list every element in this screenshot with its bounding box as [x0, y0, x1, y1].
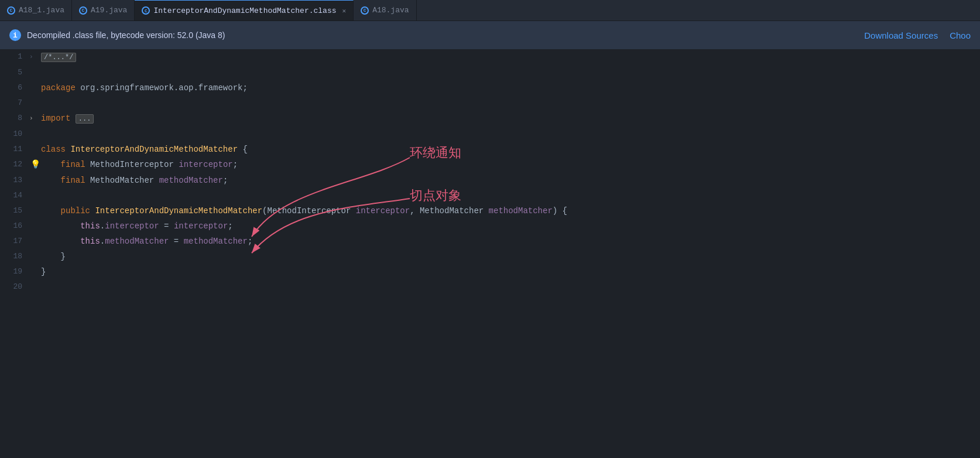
code-line-6: 6 package org.springframework.aop.framew…: [0, 80, 980, 95]
code-line-13: 13 final MethodMatcher methodMatcher;: [0, 173, 980, 188]
tab-a18_1[interactable]: C A18_1.java: [0, 0, 72, 20]
code-line-5: 5: [0, 65, 980, 80]
line-num-8: 8: [0, 111, 29, 126]
fold-btn-8[interactable]: ›: [29, 111, 39, 126]
decompiled-notice: Decompiled .class file, bytecode version…: [27, 30, 225, 40]
line-num-20: 20: [0, 279, 29, 295]
code-content-8: import ...: [39, 111, 980, 127]
line-num-10: 10: [0, 127, 29, 142]
tab-label-a19: A19.java: [91, 6, 127, 15]
code-content-13: final MethodMatcher methodMatcher;: [39, 173, 980, 188]
choose-button[interactable]: Choo: [950, 30, 971, 40]
code-content-19: }: [39, 264, 980, 279]
line-num-18: 18: [0, 249, 29, 264]
tab-interceptor[interactable]: C InterceptorAndDynamicMethodMatcher.cla…: [135, 0, 354, 20]
info-icon: i: [9, 29, 21, 41]
info-right: Download Sources Choo: [864, 30, 971, 40]
code-line-17: 17 this.methodMatcher = methodMatcher;: [0, 234, 980, 249]
line-num-16: 16: [0, 218, 29, 234]
tab-icon-a19: C: [79, 6, 87, 15]
tab-label-a18_1: A18_1.java: [19, 6, 64, 15]
download-sources-button[interactable]: Download Sources: [864, 30, 938, 40]
code-line-18: 18 }: [0, 249, 980, 264]
code-line-7: 7: [0, 95, 980, 111]
tab-icon-a18_1: C: [7, 6, 15, 15]
line-num-14: 14: [0, 188, 29, 203]
line-num-15: 15: [0, 203, 29, 218]
code-content-1: /*...*/: [39, 49, 980, 65]
line-num-7: 7: [0, 95, 29, 111]
code-line-11: 11 class InterceptorAndDynamicMethodMatc…: [0, 142, 980, 157]
fold-btn-1[interactable]: ›: [29, 49, 39, 64]
code-content-18: }: [39, 249, 980, 264]
tab-icon-a18: C: [361, 6, 369, 15]
code-content-17: this.methodMatcher = methodMatcher;: [39, 234, 980, 249]
code-line-8: 8 › import ...: [0, 111, 980, 127]
tab-label-a18: A18.java: [372, 6, 409, 15]
code-area: 1 › /*...*/ 5 6 package org.springframew…: [0, 49, 980, 458]
code-line-14: 14: [0, 188, 980, 203]
code-line-12: 12 💡 final MethodInterceptor interceptor…: [0, 157, 980, 173]
code-line-1: 1 › /*...*/: [0, 49, 980, 65]
line-num-13: 13: [0, 173, 29, 188]
line-num-6: 6: [0, 80, 29, 95]
line-num-19: 19: [0, 264, 29, 279]
line-num-12: 12: [0, 157, 29, 172]
code-line-16: 16 this.interceptor = interceptor;: [0, 218, 980, 234]
code-content-16: this.interceptor = interceptor;: [39, 218, 980, 234]
info-bar: i Decompiled .class file, bytecode versi…: [0, 21, 980, 49]
fold-btn-12: 💡: [29, 157, 39, 173]
tab-a19[interactable]: C A19.java: [72, 0, 135, 20]
code-content-15: public InterceptorAndDynamicMethodMatche…: [39, 203, 980, 218]
code-line-19: 19 }: [0, 264, 980, 279]
line-num-11: 11: [0, 142, 29, 157]
code-content-12: final MethodInterceptor interceptor;: [39, 157, 980, 172]
line-num-17: 17: [0, 234, 29, 249]
tab-close-interceptor[interactable]: ✕: [342, 7, 347, 15]
code-line-15: 15 public InterceptorAndDynamicMethodMat…: [0, 203, 980, 218]
code-line-10: 10: [0, 127, 980, 142]
tab-a18[interactable]: C A18.java: [354, 0, 416, 20]
code-line-20: 20: [0, 279, 980, 295]
line-num-1: 1: [0, 49, 29, 64]
line-num-5: 5: [0, 65, 29, 80]
code-content-6: package org.springframework.aop.framewor…: [39, 80, 980, 95]
tab-label-interceptor: InterceptorAndDynamicMethodMatcher.class: [153, 6, 336, 15]
tab-icon-interceptor: C: [142, 6, 150, 15]
info-left: i Decompiled .class file, bytecode versi…: [9, 29, 225, 41]
code-content-11: class InterceptorAndDynamicMethodMatcher…: [39, 142, 980, 157]
tab-bar: C A18_1.java C A19.java C InterceptorAnd…: [0, 0, 980, 21]
